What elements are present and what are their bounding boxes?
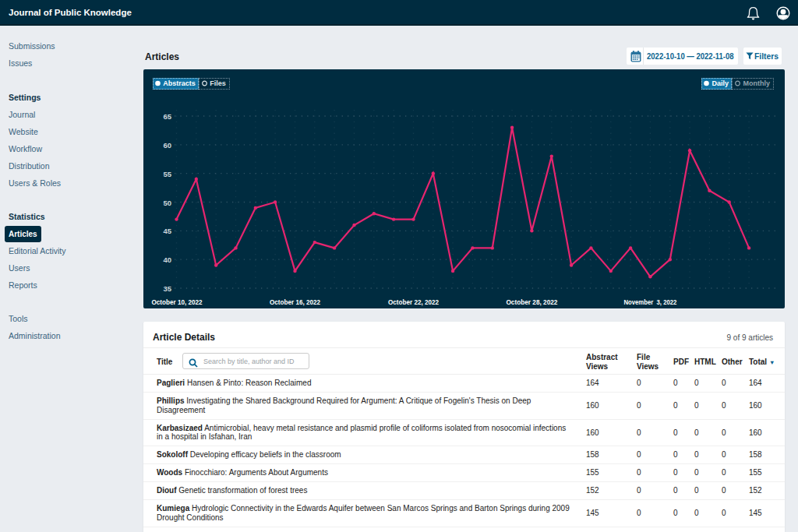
svg-text:60: 60: [163, 141, 171, 150]
svg-text:October 16, 2022: October 16, 2022: [270, 298, 320, 306]
svg-text:November 3, 2022: November 3, 2022: [623, 298, 676, 306]
svg-text:October 22, 2022: October 22, 2022: [388, 298, 439, 306]
svg-text:45: 45: [163, 227, 171, 235]
svg-text:35: 35: [163, 284, 171, 293]
svg-text:October 10, 2022: October 10, 2022: [152, 298, 203, 306]
svg-text:October 28, 2022: October 28, 2022: [506, 298, 557, 306]
svg-text:50: 50: [163, 199, 171, 207]
svg-text:65: 65: [163, 112, 171, 121]
svg-text:55: 55: [163, 170, 171, 178]
svg-text:40: 40: [163, 255, 171, 264]
